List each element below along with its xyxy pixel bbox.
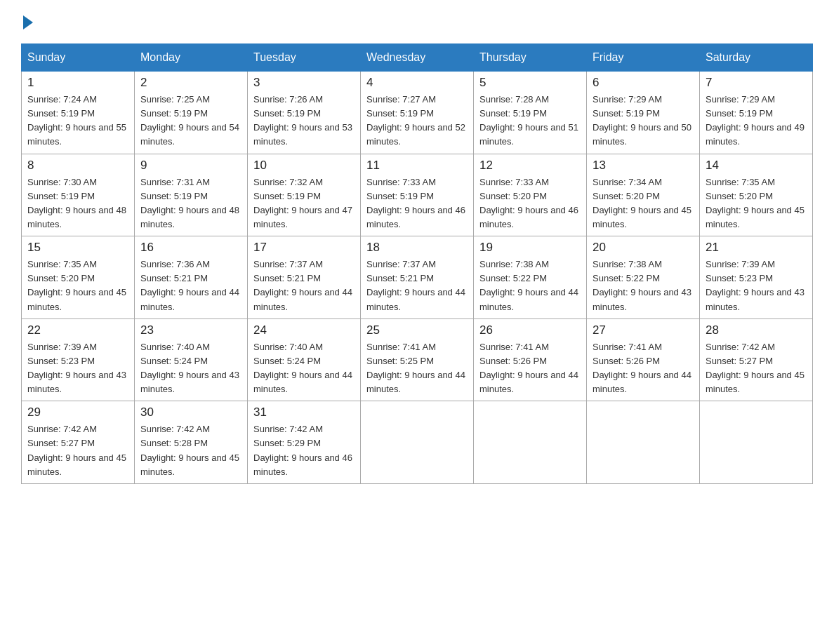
calendar-day-cell: 31 Sunrise: 7:42 AM Sunset: 5:29 PM Dayl…: [248, 401, 361, 484]
calendar-day-cell: 28 Sunrise: 7:42 AM Sunset: 5:27 PM Dayl…: [700, 318, 813, 401]
day-info: Sunrise: 7:29 AM Sunset: 5:19 PM Dayligh…: [706, 93, 807, 149]
calendar-day-cell: 23 Sunrise: 7:40 AM Sunset: 5:24 PM Dayl…: [135, 318, 248, 401]
weekday-header: Monday: [135, 44, 248, 72]
day-number: 30: [140, 405, 241, 420]
day-number: 26: [479, 323, 581, 337]
day-info: Sunrise: 7:40 AM Sunset: 5:24 PM Dayligh…: [253, 340, 355, 397]
calendar-day-cell: 21 Sunrise: 7:39 AM Sunset: 5:23 PM Dayl…: [700, 236, 813, 319]
day-number: 20: [593, 241, 694, 255]
calendar-day-cell: 7 Sunrise: 7:29 AM Sunset: 5:19 PM Dayli…: [700, 72, 813, 154]
day-info: Sunrise: 7:38 AM Sunset: 5:22 PM Dayligh…: [593, 257, 694, 314]
calendar-day-cell: 13 Sunrise: 7:34 AM Sunset: 5:20 PM Dayl…: [587, 154, 700, 236]
calendar-day-cell: 9 Sunrise: 7:31 AM Sunset: 5:19 PM Dayli…: [135, 154, 248, 236]
day-info: Sunrise: 7:42 AM Sunset: 5:27 PM Dayligh…: [27, 422, 128, 479]
calendar-day-cell: 5 Sunrise: 7:28 AM Sunset: 5:19 PM Dayli…: [474, 72, 587, 154]
day-number: 5: [479, 76, 581, 90]
calendar-day-cell: 22 Sunrise: 7:39 AM Sunset: 5:23 PM Dayl…: [22, 318, 135, 401]
day-info: Sunrise: 7:42 AM Sunset: 5:29 PM Dayligh…: [253, 422, 355, 479]
calendar-header-row: SundayMondayTuesdayWednesdayThursdayFrid…: [22, 44, 813, 72]
day-number: 29: [27, 405, 128, 420]
day-info: Sunrise: 7:41 AM Sunset: 5:26 PM Dayligh…: [593, 340, 694, 397]
day-info: Sunrise: 7:36 AM Sunset: 5:21 PM Dayligh…: [140, 257, 241, 314]
day-info: Sunrise: 7:39 AM Sunset: 5:23 PM Dayligh…: [706, 257, 807, 314]
day-number: 3: [253, 76, 355, 90]
calendar-day-cell: [361, 401, 474, 484]
day-number: 9: [140, 159, 241, 173]
day-number: 15: [27, 241, 128, 255]
day-info: Sunrise: 7:34 AM Sunset: 5:20 PM Dayligh…: [593, 175, 694, 232]
day-number: 17: [253, 241, 355, 255]
calendar-day-cell: 4 Sunrise: 7:27 AM Sunset: 5:19 PM Dayli…: [361, 72, 474, 154]
day-info: Sunrise: 7:37 AM Sunset: 5:21 PM Dayligh…: [253, 257, 355, 314]
calendar-day-cell: 20 Sunrise: 7:38 AM Sunset: 5:22 PM Dayl…: [587, 236, 700, 319]
calendar-day-cell: 25 Sunrise: 7:41 AM Sunset: 5:25 PM Dayl…: [361, 318, 474, 401]
calendar-day-cell: 8 Sunrise: 7:30 AM Sunset: 5:19 PM Dayli…: [22, 154, 135, 236]
day-info: Sunrise: 7:31 AM Sunset: 5:19 PM Dayligh…: [140, 175, 241, 232]
calendar-day-cell: 14 Sunrise: 7:35 AM Sunset: 5:20 PM Dayl…: [700, 154, 813, 236]
calendar-day-cell: 24 Sunrise: 7:40 AM Sunset: 5:24 PM Dayl…: [248, 318, 361, 401]
logo-arrow-icon: [23, 15, 33, 29]
day-info: Sunrise: 7:41 AM Sunset: 5:26 PM Dayligh…: [479, 340, 581, 397]
day-number: 19: [479, 241, 581, 255]
calendar-day-cell: 3 Sunrise: 7:26 AM Sunset: 5:19 PM Dayli…: [248, 72, 361, 154]
day-info: Sunrise: 7:33 AM Sunset: 5:20 PM Dayligh…: [479, 175, 581, 232]
calendar-day-cell: 12 Sunrise: 7:33 AM Sunset: 5:20 PM Dayl…: [474, 154, 587, 236]
day-info: Sunrise: 7:33 AM Sunset: 5:19 PM Dayligh…: [366, 175, 468, 232]
day-number: 11: [366, 159, 468, 173]
day-number: 7: [706, 76, 807, 90]
logo: [21, 14, 33, 29]
day-info: Sunrise: 7:41 AM Sunset: 5:25 PM Dayligh…: [366, 340, 468, 397]
calendar-week-row: 22 Sunrise: 7:39 AM Sunset: 5:23 PM Dayl…: [22, 318, 813, 401]
weekday-header: Sunday: [22, 44, 135, 72]
calendar-day-cell: 16 Sunrise: 7:36 AM Sunset: 5:21 PM Dayl…: [135, 236, 248, 319]
calendar-day-cell: 17 Sunrise: 7:37 AM Sunset: 5:21 PM Dayl…: [248, 236, 361, 319]
calendar-day-cell: 1 Sunrise: 7:24 AM Sunset: 5:19 PM Dayli…: [22, 72, 135, 154]
calendar-day-cell: [587, 401, 700, 484]
day-number: 8: [27, 159, 128, 173]
day-number: 1: [27, 76, 128, 90]
weekday-header: Thursday: [474, 44, 587, 72]
calendar-week-row: 15 Sunrise: 7:35 AM Sunset: 5:20 PM Dayl…: [22, 236, 813, 319]
weekday-header: Tuesday: [248, 44, 361, 72]
day-info: Sunrise: 7:35 AM Sunset: 5:20 PM Dayligh…: [706, 175, 807, 232]
calendar-day-cell: [700, 401, 813, 484]
day-info: Sunrise: 7:25 AM Sunset: 5:19 PM Dayligh…: [140, 93, 241, 149]
weekday-header: Friday: [587, 44, 700, 72]
day-number: 24: [253, 323, 355, 337]
calendar-day-cell: [474, 401, 587, 484]
calendar-week-row: 29 Sunrise: 7:42 AM Sunset: 5:27 PM Dayl…: [22, 401, 813, 484]
day-number: 14: [706, 159, 807, 173]
day-info: Sunrise: 7:26 AM Sunset: 5:19 PM Dayligh…: [253, 93, 355, 149]
day-number: 28: [706, 323, 807, 337]
calendar-day-cell: 6 Sunrise: 7:29 AM Sunset: 5:19 PM Dayli…: [587, 72, 700, 154]
day-number: 22: [27, 323, 128, 337]
calendar-day-cell: 19 Sunrise: 7:38 AM Sunset: 5:22 PM Dayl…: [474, 236, 587, 319]
day-info: Sunrise: 7:28 AM Sunset: 5:19 PM Dayligh…: [479, 93, 581, 149]
day-info: Sunrise: 7:40 AM Sunset: 5:24 PM Dayligh…: [140, 340, 241, 397]
weekday-header: Saturday: [700, 44, 813, 72]
weekday-header: Wednesday: [361, 44, 474, 72]
calendar-day-cell: 10 Sunrise: 7:32 AM Sunset: 5:19 PM Dayl…: [248, 154, 361, 236]
calendar-day-cell: 30 Sunrise: 7:42 AM Sunset: 5:28 PM Dayl…: [135, 401, 248, 484]
day-number: 4: [366, 76, 468, 90]
day-info: Sunrise: 7:42 AM Sunset: 5:27 PM Dayligh…: [706, 340, 807, 397]
day-info: Sunrise: 7:30 AM Sunset: 5:19 PM Dayligh…: [27, 175, 128, 232]
calendar-day-cell: 11 Sunrise: 7:33 AM Sunset: 5:19 PM Dayl…: [361, 154, 474, 236]
calendar-day-cell: 15 Sunrise: 7:35 AM Sunset: 5:20 PM Dayl…: [22, 236, 135, 319]
day-number: 27: [593, 323, 694, 337]
day-info: Sunrise: 7:38 AM Sunset: 5:22 PM Dayligh…: [479, 257, 581, 314]
calendar-week-row: 1 Sunrise: 7:24 AM Sunset: 5:19 PM Dayli…: [22, 72, 813, 154]
day-info: Sunrise: 7:39 AM Sunset: 5:23 PM Dayligh…: [27, 340, 128, 397]
day-info: Sunrise: 7:27 AM Sunset: 5:19 PM Dayligh…: [366, 93, 468, 149]
day-number: 2: [140, 76, 241, 90]
calendar-day-cell: 29 Sunrise: 7:42 AM Sunset: 5:27 PM Dayl…: [22, 401, 135, 484]
day-number: 25: [366, 323, 468, 337]
day-info: Sunrise: 7:29 AM Sunset: 5:19 PM Dayligh…: [593, 93, 694, 149]
day-info: Sunrise: 7:24 AM Sunset: 5:19 PM Dayligh…: [27, 93, 128, 149]
day-info: Sunrise: 7:35 AM Sunset: 5:20 PM Dayligh…: [27, 257, 128, 314]
calendar-week-row: 8 Sunrise: 7:30 AM Sunset: 5:19 PM Dayli…: [22, 154, 813, 236]
day-number: 10: [253, 159, 355, 173]
day-number: 16: [140, 241, 241, 255]
calendar-day-cell: 27 Sunrise: 7:41 AM Sunset: 5:26 PM Dayl…: [587, 318, 700, 401]
day-number: 31: [253, 405, 355, 420]
